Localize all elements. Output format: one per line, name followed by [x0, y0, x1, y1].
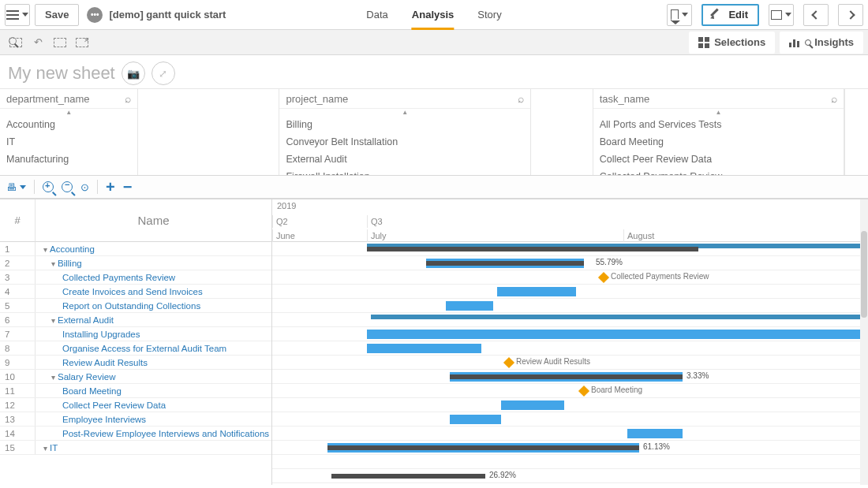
- gantt-bar[interactable]: [450, 415, 501, 424]
- column-header-num[interactable]: #: [0, 199, 36, 242]
- gantt-grid[interactable]: # Name 1▾Accounting2▾Billing3Collected P…: [0, 199, 272, 485]
- step-back-button[interactable]: ↶: [27, 33, 49, 52]
- gantt-row: Board Meeting: [272, 384, 868, 398]
- row-name: ▾Billing: [36, 256, 271, 270]
- list-item[interactable]: All Ports and Services Tests: [593, 116, 844, 133]
- filter-department[interactable]: department_name⌕ ▲ AccountingITManufactu…: [0, 89, 137, 175]
- progress-label: 26.92%: [489, 471, 516, 479]
- table-row[interactable]: 10▾Salary Review: [0, 370, 271, 384]
- sheet-title[interactable]: My new sheet: [8, 63, 115, 84]
- scrollbar-vertical[interactable]: [860, 199, 868, 485]
- snapshot-button[interactable]: 📷: [122, 61, 145, 85]
- milestone-icon[interactable]: [503, 357, 514, 368]
- table-row[interactable]: 2▾Billing: [0, 256, 271, 270]
- insights-label: Insights: [814, 36, 854, 48]
- next-sheet-button[interactable]: [838, 4, 863, 26]
- table-row[interactable]: 5Report on Outstanding Collections: [0, 299, 271, 313]
- expander-icon[interactable]: ▾: [51, 314, 55, 326]
- gantt-bar[interactable]: [501, 400, 564, 410]
- expander-icon[interactable]: ▾: [43, 243, 47, 255]
- gantt-bar[interactable]: [497, 287, 576, 296]
- filter-panes: department_name⌕ ▲ AccountingITManufactu…: [0, 88, 868, 175]
- table-row[interactable]: 7Installing Upgrades: [0, 327, 271, 341]
- clear-selections-button[interactable]: ✕: [71, 33, 93, 52]
- table-row[interactable]: 9Review Audit Results: [0, 356, 271, 370]
- gantt-bar[interactable]: [446, 301, 493, 311]
- search-icon[interactable]: ⌕: [518, 92, 524, 105]
- table-row[interactable]: 6▾External Audit: [0, 313, 271, 327]
- list-item[interactable]: Collected Payments Review: [593, 168, 844, 175]
- expander-icon[interactable]: ▾: [51, 257, 55, 270]
- table-row[interactable]: 4Create Invoices and Send Invoices: [0, 285, 271, 299]
- table-row[interactable]: 15▾IT: [0, 441, 271, 455]
- expander-icon[interactable]: ▾: [43, 441, 47, 454]
- column-header-name[interactable]: Name: [36, 199, 271, 242]
- list-item[interactable]: Collect Peer Review Data: [593, 151, 844, 168]
- list-item[interactable]: Accounting: [0, 116, 137, 133]
- fullscreen-button[interactable]: ⤢: [152, 61, 175, 85]
- sheet-icon: [771, 10, 782, 20]
- gantt-row: [272, 427, 868, 441]
- right-tools: Edit: [667, 4, 863, 26]
- print-button[interactable]: 🖶: [6, 181, 26, 193]
- gantt-bar[interactable]: [367, 330, 868, 339]
- search-icon[interactable]: ⌕: [831, 92, 837, 105]
- zoom-fit-button[interactable]: ⊙: [80, 181, 89, 193]
- hamburger-menu-button[interactable]: [5, 4, 30, 26]
- tab-story[interactable]: Story: [477, 0, 501, 30]
- table-row[interactable]: 14Post-Review Employee Interviews and No…: [0, 427, 271, 441]
- chevron-right-icon: [846, 10, 855, 19]
- table-row[interactable]: 11Board Meeting: [0, 384, 271, 398]
- gantt-progress: [450, 374, 683, 379]
- gantt-progress: [327, 445, 639, 450]
- timeline-month: August: [623, 229, 868, 242]
- gantt-bar[interactable]: [371, 315, 868, 319]
- insights-button[interactable]: Insights: [780, 32, 863, 54]
- timeline-month: July: [367, 229, 623, 242]
- add-row-button[interactable]: +: [106, 178, 115, 196]
- milestone-label: Board Meeting: [591, 386, 642, 394]
- save-button[interactable]: Save: [35, 4, 79, 26]
- sheet-menu-button[interactable]: [769, 4, 794, 26]
- tab-data[interactable]: Data: [366, 0, 387, 30]
- expander-icon[interactable]: ▾: [51, 371, 55, 383]
- milestone-icon[interactable]: [598, 272, 609, 283]
- gantt-bar[interactable]: [367, 344, 481, 353]
- list-item[interactable]: Board Meeting: [593, 133, 844, 151]
- tab-analysis[interactable]: Analysis: [412, 0, 454, 30]
- gantt-row: [272, 299, 868, 313]
- list-item[interactable]: External Audit: [279, 151, 529, 168]
- gantt-row: Collected Payments Review: [272, 270, 868, 285]
- filter-task[interactable]: task_name⌕ ▲ All Ports and Services Test…: [593, 89, 844, 175]
- gantt-timeline[interactable]: 2019 Q2 Q3 June July August 55.79%Collec…: [272, 199, 868, 485]
- table-row[interactable]: 13Employee Interviews: [0, 412, 271, 427]
- gantt-row: [272, 398, 868, 412]
- milestone-label: Review Audit Results: [516, 357, 590, 366]
- milestone-icon[interactable]: [578, 386, 589, 397]
- selections-tool-button[interactable]: Selections: [689, 32, 775, 54]
- search-icon[interactable]: ⌕: [125, 92, 131, 105]
- list-item[interactable]: Manufacturing: [0, 151, 137, 168]
- table-row[interactable]: 8Organise Access for External Audit Team: [0, 341, 271, 356]
- row-name: Review Audit Results: [36, 356, 271, 369]
- row-number: 10: [0, 370, 36, 383]
- prev-sheet-button[interactable]: [803, 4, 829, 26]
- list-item[interactable]: Conveyor Belt Installation: [279, 133, 529, 151]
- gantt-row: [272, 341, 868, 356]
- bookmark-button[interactable]: [667, 4, 692, 26]
- remove-row-button[interactable]: −: [123, 178, 133, 196]
- edit-button[interactable]: Edit: [702, 4, 759, 26]
- table-row[interactable]: 1▾Accounting: [0, 242, 271, 256]
- list-item[interactable]: Firewall Installation: [279, 168, 529, 175]
- table-row[interactable]: 3Collected Payments Review: [0, 270, 271, 285]
- step-forward-button[interactable]: [49, 33, 71, 52]
- list-item[interactable]: Billing: [279, 116, 529, 133]
- table-row[interactable]: 12Collect Peer Review Data: [0, 398, 271, 412]
- zoom-in-button[interactable]: [43, 181, 54, 192]
- smart-search-button[interactable]: [5, 33, 27, 52]
- list-item[interactable]: IT: [0, 133, 137, 151]
- gantt-chart[interactable]: # Name 1▾Accounting2▾Billing3Collected P…: [0, 199, 868, 485]
- zoom-out-button[interactable]: [62, 181, 73, 192]
- gantt-bar[interactable]: [627, 429, 683, 438]
- filter-project[interactable]: project_name⌕ ▲ BillingConveyor Belt Ins…: [279, 89, 529, 175]
